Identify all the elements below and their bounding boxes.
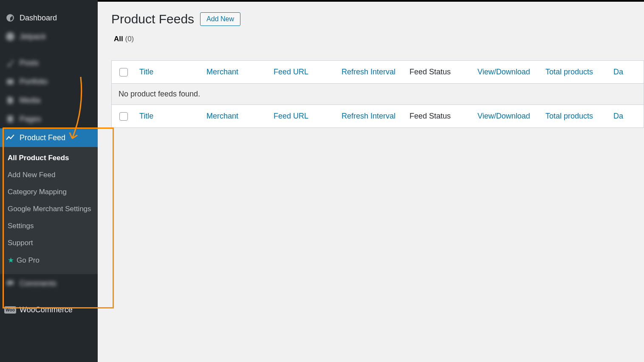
- submenu-all-feeds[interactable]: All Product Feeds: [0, 150, 98, 167]
- svg-rect-1: [7, 79, 13, 85]
- feeds-table: Title Merchant Feed URL Refresh Interval…: [111, 60, 644, 128]
- star-icon: ★: [8, 256, 14, 264]
- sidebar-label: Comments: [20, 279, 56, 288]
- sidebar-item-product-feed[interactable]: Product Feed: [0, 128, 98, 147]
- sidebar-submenu: All Product Feeds Add New Feed Category …: [0, 147, 98, 274]
- sidebar-item-dashboard[interactable]: Dashboard: [0, 8, 98, 27]
- sidebar-label: Product Feed: [20, 133, 65, 142]
- sidebar-label: Portfolio: [20, 77, 48, 86]
- main-content: Product Feeds Add New All (0) Title Merc…: [98, 2, 644, 362]
- select-all-checkbox-bottom[interactable]: [119, 112, 128, 121]
- select-all-checkbox[interactable]: [119, 68, 128, 76]
- col-refresh[interactable]: Refresh Interval: [337, 61, 405, 83]
- table-footer-row: Title Merchant Feed URL Refresh Interval…: [112, 105, 644, 127]
- submenu-go-pro-label: Go Pro: [17, 256, 40, 264]
- sidebar-label: Media: [20, 96, 40, 105]
- sidebar-item-jetpack[interactable]: Jetpack: [0, 27, 98, 46]
- col-merchant[interactable]: Merchant: [202, 61, 269, 83]
- filter-links: All (0): [114, 35, 644, 43]
- col-feed-url[interactable]: Feed URL: [269, 61, 337, 83]
- portfolio-icon: [5, 76, 15, 87]
- sidebar-label: Pages: [20, 115, 41, 124]
- sidebar-item-comments[interactable]: Comments: [0, 274, 98, 293]
- sidebar-label: Posts: [20, 59, 39, 68]
- col-title[interactable]: Title: [135, 105, 202, 127]
- col-feed-url[interactable]: Feed URL: [269, 105, 337, 127]
- pin-icon: [5, 58, 15, 68]
- col-total[interactable]: Total products: [541, 105, 609, 127]
- col-status: Feed Status: [405, 61, 473, 83]
- table-header-row: Title Merchant Feed URL Refresh Interval…: [112, 61, 644, 84]
- add-new-button[interactable]: Add New: [200, 12, 240, 26]
- submenu-category-mapping[interactable]: Category Mapping: [0, 184, 98, 201]
- filter-all-count: (0): [125, 35, 134, 43]
- comments-icon: [5, 278, 15, 288]
- submenu-settings[interactable]: Settings: [0, 218, 98, 235]
- col-total[interactable]: Total products: [541, 61, 609, 83]
- sidebar-label: WooCommerce: [20, 305, 73, 314]
- col-view[interactable]: View/Download: [473, 105, 541, 127]
- submenu-add-new[interactable]: Add New Feed: [0, 167, 98, 184]
- filter-all-label[interactable]: All: [114, 35, 123, 43]
- page-header: Product Feeds Add New: [111, 12, 644, 26]
- jetpack-icon: [5, 31, 15, 42]
- col-title[interactable]: Title: [135, 61, 202, 83]
- col-checkbox: [112, 105, 135, 127]
- submenu-google-merchant[interactable]: Google Merchant Settings: [0, 201, 98, 218]
- sidebar-label: Jetpack: [20, 32, 46, 41]
- sidebar-label: Dashboard: [20, 14, 57, 23]
- media-icon: [5, 95, 15, 105]
- table-empty-row: No product feeds found.: [112, 84, 644, 105]
- sidebar-item-portfolio[interactable]: Portfolio: [0, 72, 98, 91]
- sidebar-item-media[interactable]: Media: [0, 91, 98, 110]
- svg-rect-2: [7, 116, 13, 122]
- submenu-support[interactable]: Support: [0, 235, 98, 252]
- sidebar-item-posts[interactable]: Posts: [0, 54, 98, 72]
- sidebar-item-woocommerce[interactable]: Woo WooCommerce: [0, 300, 98, 319]
- page-title: Product Feeds: [111, 12, 194, 26]
- pages-icon: [5, 114, 15, 124]
- chart-icon: [5, 133, 15, 143]
- col-status: Feed Status: [405, 105, 473, 127]
- col-refresh[interactable]: Refresh Interval: [337, 105, 405, 127]
- col-date[interactable]: Da: [609, 61, 643, 83]
- admin-sidebar: Dashboard Jetpack Posts Portfolio Media …: [0, 0, 98, 362]
- col-view[interactable]: View/Download: [473, 61, 541, 83]
- sidebar-item-pages[interactable]: Pages: [0, 110, 98, 128]
- svg-point-0: [6, 32, 14, 41]
- dashboard-icon: [5, 13, 15, 23]
- col-date[interactable]: Da: [609, 105, 643, 127]
- col-merchant[interactable]: Merchant: [202, 105, 269, 127]
- submenu-go-pro[interactable]: ★Go Pro: [0, 252, 98, 269]
- woocommerce-icon: Woo: [5, 305, 15, 315]
- col-checkbox: [112, 61, 135, 83]
